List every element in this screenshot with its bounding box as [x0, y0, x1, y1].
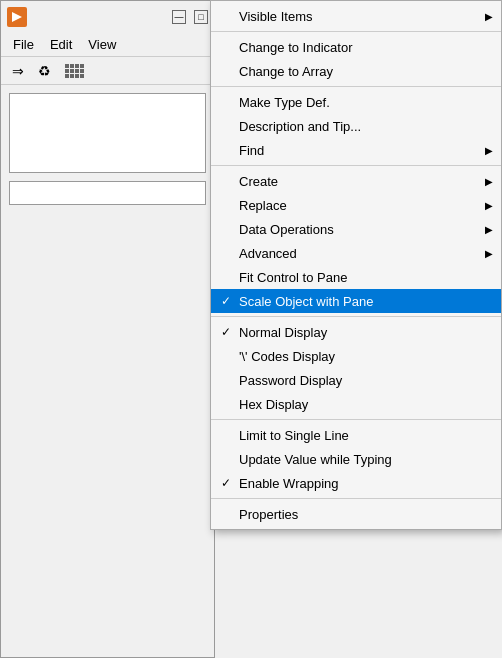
context-menu: Visible Items Change to Indicator Change…: [210, 0, 502, 530]
normal-display-item[interactable]: ✓ Normal Display: [211, 320, 501, 344]
properties-label: Properties: [239, 507, 298, 522]
grid-icon: [65, 64, 84, 78]
properties-item[interactable]: Properties: [211, 502, 501, 526]
menu-group-3: Make Type Def. Description and Tip... Fi…: [211, 87, 501, 166]
make-type-def-item[interactable]: Make Type Def.: [211, 90, 501, 114]
title-bar-controls: — □: [172, 10, 208, 24]
toolbar: ⇒ ♻: [1, 57, 214, 85]
backslash-codes-item[interactable]: '\' Codes Display: [211, 344, 501, 368]
arrow-right-icon: ⇒: [12, 63, 24, 79]
menu-group-6: Limit to Single Line Update Value while …: [211, 420, 501, 499]
normal-display-label: Normal Display: [239, 325, 327, 340]
visible-items-label: Visible Items: [239, 9, 312, 24]
description-tip-item[interactable]: Description and Tip...: [211, 114, 501, 138]
toolbar-btn-1[interactable]: ⇒: [7, 60, 29, 82]
app-window: — □ File Edit View ⇒ ♻: [0, 0, 215, 658]
data-operations-label: Data Operations: [239, 222, 334, 237]
fit-control-item[interactable]: Fit Control to Pane: [211, 265, 501, 289]
change-to-array-item[interactable]: Change to Array: [211, 59, 501, 83]
fit-control-label: Fit Control to Pane: [239, 270, 347, 285]
find-item[interactable]: Find: [211, 138, 501, 162]
hex-display-label: Hex Display: [239, 397, 308, 412]
change-to-indicator-item[interactable]: Change to Indicator: [211, 35, 501, 59]
replace-label: Replace: [239, 198, 287, 213]
title-bar: — □: [1, 1, 214, 33]
password-display-label: Password Display: [239, 373, 342, 388]
text-field[interactable]: [9, 181, 206, 205]
content-area: [9, 93, 206, 173]
edit-menu[interactable]: Edit: [44, 35, 78, 54]
scale-object-item[interactable]: ✓ Scale Object with Pane: [211, 289, 501, 313]
change-to-indicator-label: Change to Indicator: [239, 40, 352, 55]
check-wrapping: ✓: [221, 476, 231, 490]
minimize-button[interactable]: —: [172, 10, 186, 24]
recycle-icon: ♻: [38, 63, 51, 79]
find-label: Find: [239, 143, 264, 158]
app-icon: [7, 7, 27, 27]
maximize-button[interactable]: □: [194, 10, 208, 24]
backslash-codes-label: '\' Codes Display: [239, 349, 335, 364]
make-type-def-label: Make Type Def.: [239, 95, 330, 110]
menu-group-5: ✓ Normal Display '\' Codes Display Passw…: [211, 317, 501, 420]
data-operations-item[interactable]: Data Operations: [211, 217, 501, 241]
password-display-item[interactable]: Password Display: [211, 368, 501, 392]
update-value-item[interactable]: Update Value while Typing: [211, 447, 501, 471]
create-item[interactable]: Create: [211, 169, 501, 193]
toolbar-btn-2[interactable]: ♻: [33, 60, 55, 82]
description-tip-label: Description and Tip...: [239, 119, 361, 134]
check-scale-object: ✓: [221, 294, 231, 308]
menu-group-1: Visible Items: [211, 1, 501, 32]
enable-wrapping-item[interactable]: ✓ Enable Wrapping: [211, 471, 501, 495]
svg-marker-0: [12, 12, 22, 22]
grid-button[interactable]: [63, 60, 85, 82]
menu-group-4: Create Replace Data Operations Advanced …: [211, 166, 501, 317]
visible-items-item[interactable]: Visible Items: [211, 4, 501, 28]
menu-bar: File Edit View: [1, 33, 214, 57]
advanced-label: Advanced: [239, 246, 297, 261]
menu-group-2: Change to Indicator Change to Array: [211, 32, 501, 87]
scale-object-label: Scale Object with Pane: [239, 294, 373, 309]
change-to-array-label: Change to Array: [239, 64, 333, 79]
update-value-label: Update Value while Typing: [239, 452, 392, 467]
menu-group-7: Properties: [211, 499, 501, 529]
limit-single-line-item[interactable]: Limit to Single Line: [211, 423, 501, 447]
create-label: Create: [239, 174, 278, 189]
view-menu[interactable]: View: [82, 35, 122, 54]
enable-wrapping-label: Enable Wrapping: [239, 476, 339, 491]
limit-single-line-label: Limit to Single Line: [239, 428, 349, 443]
advanced-item[interactable]: Advanced: [211, 241, 501, 265]
file-menu[interactable]: File: [7, 35, 40, 54]
replace-item[interactable]: Replace: [211, 193, 501, 217]
hex-display-item[interactable]: Hex Display: [211, 392, 501, 416]
check-normal-display: ✓: [221, 325, 231, 339]
